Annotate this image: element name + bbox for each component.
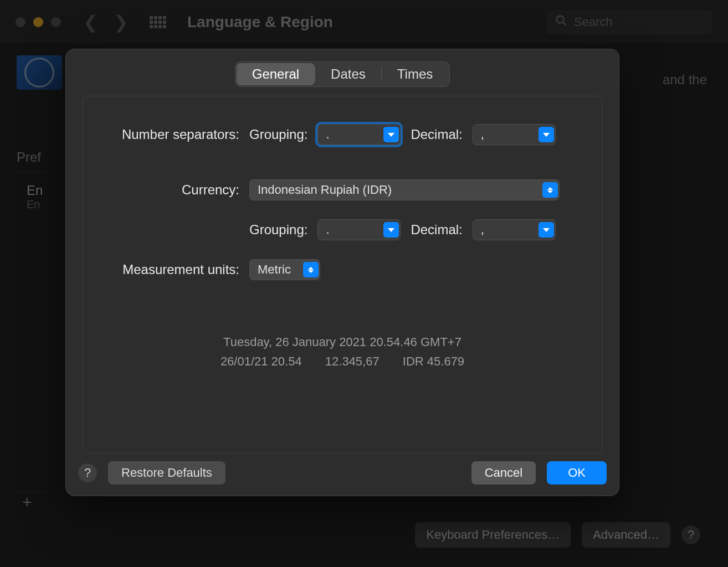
ok-button[interactable]: OK xyxy=(547,461,607,484)
tab-times[interactable]: Times xyxy=(382,63,448,85)
sheet-footer: ? Restore Defaults Cancel OK xyxy=(66,453,619,496)
sheet-body: Number separators: Grouping: . Decimal: … xyxy=(83,96,602,453)
restore-defaults-button[interactable]: Restore Defaults xyxy=(108,461,225,484)
number-grouping-select[interactable]: . xyxy=(317,124,401,145)
tab-dates[interactable]: Dates xyxy=(315,63,381,85)
number-separators-row: Number separators: Grouping: . Decimal: … xyxy=(105,124,580,145)
currency-grouping-value: . xyxy=(326,223,329,237)
measurement-value: Metric xyxy=(258,262,291,277)
preview-currency: IDR 45.679 xyxy=(403,354,464,368)
chevron-updown-icon xyxy=(303,262,319,277)
number-separators-label: Number separators: xyxy=(105,127,239,142)
currency-grouping-label: Grouping: xyxy=(249,222,307,238)
grouping-label: Grouping: xyxy=(249,127,307,142)
currency-label: Currency: xyxy=(105,182,239,198)
currency-row: Currency: Indonesian Rupiah (IDR) xyxy=(105,179,580,200)
chevron-down-icon xyxy=(539,222,554,238)
advanced-settings-sheet: General Dates Times Number separators: G… xyxy=(65,49,619,496)
currency-select[interactable]: Indonesian Rupiah (IDR) xyxy=(249,179,560,200)
measurement-row: Measurement units: Metric xyxy=(105,259,580,280)
currency-decimal-select[interactable]: , xyxy=(473,219,556,240)
currency-value: Indonesian Rupiah (IDR) xyxy=(258,183,392,197)
currency-decimal-label: Decimal: xyxy=(411,222,462,238)
format-preview: Tuesday, 26 January 2021 20.54.46 GMT+7 … xyxy=(105,332,580,371)
preview-line-1: Tuesday, 26 January 2021 20.54.46 GMT+7 xyxy=(105,332,580,352)
cancel-button[interactable]: Cancel xyxy=(471,461,536,484)
currency-decimal-value: , xyxy=(481,223,484,237)
currency-grouping-select[interactable]: . xyxy=(317,219,401,240)
measurement-select[interactable]: Metric xyxy=(249,259,320,280)
number-grouping-value: . xyxy=(326,127,329,142)
sheet-help-button[interactable]: ? xyxy=(78,463,97,482)
decimal-label: Decimal: xyxy=(411,127,462,142)
tab-bar: General Dates Times xyxy=(235,61,450,87)
currency-separators-row: Grouping: . Decimal: , xyxy=(105,219,580,240)
chevron-down-icon xyxy=(383,222,399,238)
chevron-down-icon xyxy=(539,127,554,142)
preview-short-date: 26/01/21 20.54 xyxy=(221,354,302,368)
chevron-updown-icon xyxy=(542,182,558,198)
measurement-label: Measurement units: xyxy=(105,262,239,277)
preview-line-2: 26/01/21 20.54 12.345,67 IDR 45.679 xyxy=(105,352,580,371)
number-decimal-select[interactable]: , xyxy=(473,124,556,145)
chevron-down-icon xyxy=(383,127,399,142)
preview-number: 12.345,67 xyxy=(325,354,380,368)
number-decimal-value: , xyxy=(481,127,484,142)
tab-general[interactable]: General xyxy=(237,63,315,85)
